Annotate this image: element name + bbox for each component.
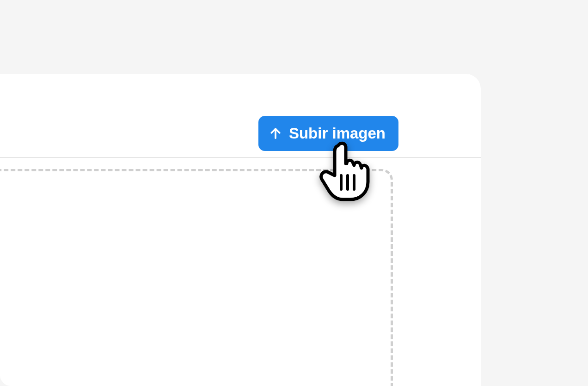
- arrow-up-icon: [269, 127, 282, 140]
- upload-image-button[interactable]: Subir imagen: [258, 116, 398, 151]
- upload-button-label: Subir imagen: [289, 125, 386, 142]
- upload-panel: Subir imagen: [0, 74, 481, 386]
- panel-header: Subir imagen: [0, 74, 481, 158]
- image-dropzone[interactable]: [0, 169, 393, 386]
